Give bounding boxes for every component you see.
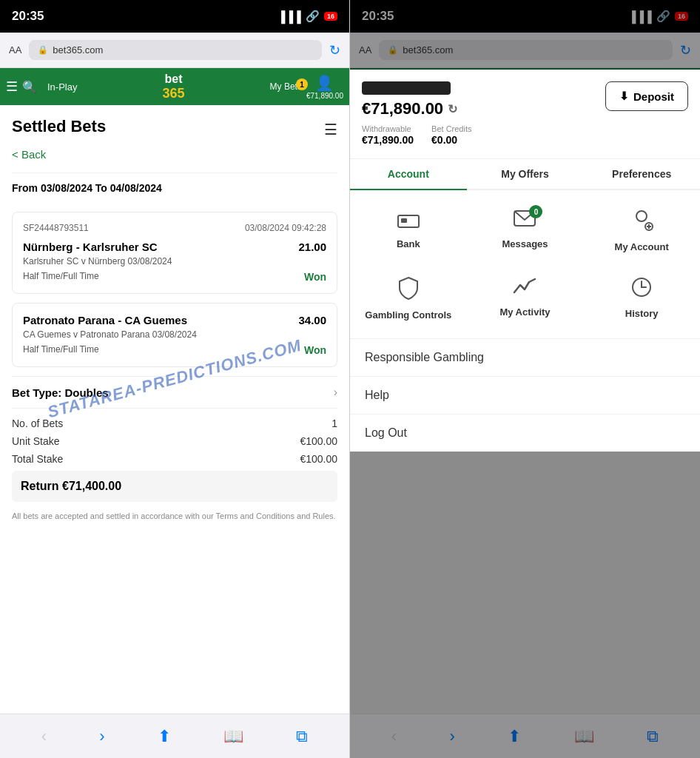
back-link-left[interactable]: < Back: [12, 148, 337, 161]
nav-bar-left: ☰ 🔍 In-Play bet 365 My Bets 1 👤 €71,890.…: [0, 68, 349, 105]
bet-credits-item: Bet Credits €0.00: [431, 124, 471, 147]
balance-refresh-icon[interactable]: ↻: [448, 102, 457, 116]
history-label: History: [625, 308, 659, 319]
withdrawable-value: €71,890.00: [362, 134, 414, 146]
tab-my-offers[interactable]: My Offers: [467, 159, 584, 189]
gambling-controls-label: Gambling Controls: [365, 309, 451, 321]
grid-item-bank[interactable]: Bank: [350, 196, 467, 264]
balance-block: €71,890.00 ↻ Withdrawable €71,890.00 Bet…: [362, 81, 472, 147]
return-row: Return €71,400.00: [12, 471, 337, 502]
refresh-btn-left[interactable]: ↻: [329, 42, 340, 58]
status-bar-left: 20:35 ▐▐▐ 🔗 16: [0, 0, 349, 33]
wifi-icon: 🔗: [306, 10, 320, 23]
bet-match-1: Nürnberg - Karlsruher SC: [23, 241, 158, 253]
share-btn-left[interactable]: ⬆: [158, 727, 171, 746]
bet-odds-2: 34.00: [298, 314, 326, 326]
menu-log-out[interactable]: Log Out: [350, 415, 700, 452]
bank-icon: [397, 208, 420, 234]
account-icon-left: 👤: [315, 74, 334, 92]
account-panel: €71,890.00 ↻ Withdrawable €71,890.00 Bet…: [350, 70, 700, 452]
unit-stake-label: Unit Stake: [12, 435, 60, 447]
tab-account[interactable]: Account: [350, 159, 467, 190]
my-account-icon: [630, 208, 653, 237]
bet-sub2-1: Half Time/Full Time: [23, 271, 99, 281]
aa-text-left[interactable]: AA: [9, 44, 21, 56]
bookmarks-btn-left[interactable]: 📖: [223, 727, 243, 746]
grid-item-messages[interactable]: 0 Messages: [467, 196, 584, 264]
filter-icon-left[interactable]: ☰: [324, 121, 337, 138]
bank-label: Bank: [397, 238, 420, 249]
bet365-logo-left: bet 365: [163, 73, 185, 101]
back-btn-left[interactable]: ‹: [41, 727, 47, 746]
bet-sub1-1: Karlsruher SC v Nürnberg 03/08/2024: [23, 256, 326, 266]
grid-item-history[interactable]: History: [583, 264, 700, 332]
svg-point-3: [636, 211, 647, 221]
browser-chrome-left: AA 🔒 bet365.com ↻: [0, 33, 349, 68]
account-grid: Bank 0 Messages My Account: [350, 190, 700, 339]
no-of-bets-label: No. of Bets: [12, 417, 63, 429]
tabs-btn-left[interactable]: ⧉: [296, 727, 308, 746]
svg-rect-1: [401, 218, 407, 223]
account-header: €71,890.00 ↻ Withdrawable €71,890.00 Bet…: [350, 70, 700, 159]
search-icon-left[interactable]: 🔍: [22, 80, 37, 94]
bet-credits-value: €0.00: [431, 134, 457, 146]
history-icon: [630, 276, 653, 303]
page-title-left: Settled Bets: [12, 117, 106, 136]
messages-label: Messages: [502, 238, 548, 249]
withdrawable-label: Withdrawable: [362, 124, 414, 133]
mybets-btn-left[interactable]: My Bets 1: [270, 81, 302, 92]
battery-left: 16: [324, 12, 337, 21]
total-stake-value: €100.00: [300, 453, 337, 465]
menu-help[interactable]: Help: [350, 377, 700, 415]
bet-match-2: Patronato Parana - CA Guemes: [23, 314, 187, 326]
grid-item-my-account[interactable]: My Account: [583, 196, 700, 264]
bet-odds-1: 21.00: [298, 241, 326, 253]
bet-sub2-2: Half Time/Full Time: [23, 344, 99, 355]
bet-result-2: Won: [304, 344, 326, 356]
status-icons-left: ▐▐▐ 🔗 16: [277, 10, 337, 23]
my-account-label: My Account: [615, 241, 669, 252]
account-btn-left[interactable]: 👤 €71,890.00: [306, 74, 343, 100]
balance-amount: €71,890.00 ↻: [362, 99, 472, 118]
mybets-badge-left: 1: [296, 78, 308, 90]
inplay-label-left[interactable]: In-Play: [47, 81, 77, 93]
grid-item-gambling-controls[interactable]: Gambling Controls: [350, 264, 467, 332]
bet-type-label: Bet Type: Doubles: [12, 386, 109, 399]
deposit-button[interactable]: ⬇ Deposit: [605, 81, 688, 111]
gambling-controls-icon: [397, 276, 420, 305]
bet-card-1: SF24448793511 03/08/2024 09:42:28 Nürnbe…: [12, 212, 337, 294]
forward-btn-left[interactable]: ›: [99, 727, 104, 746]
hidden-name-bar: [362, 81, 451, 95]
bet-datetime-1: 03/08/2024 09:42:28: [245, 223, 326, 233]
tab-preferences[interactable]: Preferences: [583, 159, 700, 189]
menu-icon-left[interactable]: ☰: [6, 78, 18, 95]
bet-card-2: Patronato Parana - CA Guemes 34.00 CA Gu…: [12, 303, 337, 367]
bet-sub1-2: CA Guemes v Patronato Parana 03/08/2024: [23, 329, 326, 340]
no-of-bets-row: No. of Bets 1: [12, 417, 337, 429]
no-of-bets-value: 1: [332, 417, 337, 429]
url-bar-left[interactable]: 🔒 bet365.com: [29, 40, 322, 60]
signal-icon: ▐▐▐: [277, 10, 301, 23]
my-activity-icon: [513, 276, 536, 302]
time-left: 20:35: [12, 9, 44, 24]
unit-stake-row: Unit Stake €100.00: [12, 435, 337, 447]
deposit-label: Deposit: [633, 90, 674, 103]
return-label: Return €71,400.00: [21, 480, 121, 493]
grid-item-my-activity[interactable]: My Activity: [467, 264, 584, 332]
messages-badge: 0: [529, 205, 542, 218]
menu-responsible-gambling[interactable]: Responsible Gambling: [350, 339, 700, 377]
url-text-left: bet365.com: [53, 44, 103, 56]
account-tabs: Account My Offers Preferences: [350, 159, 700, 190]
deposit-icon: ⬇: [619, 90, 629, 103]
account-overlay: €71,890.00 ↻ Withdrawable €71,890.00 Bet…: [350, 0, 700, 758]
unit-stake-value: €100.00: [300, 435, 337, 447]
lock-icon-left: 🔒: [38, 45, 48, 55]
terms-text: All bets are accepted and settled in acc…: [12, 511, 337, 522]
ios-bottom-left: ‹ › ⬆ 📖 ⧉: [0, 714, 349, 758]
messages-icon: 0: [513, 208, 536, 234]
date-range-left: From 03/08/2024 To 04/08/2024: [12, 172, 337, 203]
chevron-right-icon: ›: [334, 386, 337, 399]
total-stake-label: Total Stake: [12, 453, 63, 465]
bet-type-row[interactable]: Bet Type: Doubles ›: [12, 376, 337, 409]
left-content: Settled Bets ☰ < Back From 03/08/2024 To…: [0, 105, 349, 714]
